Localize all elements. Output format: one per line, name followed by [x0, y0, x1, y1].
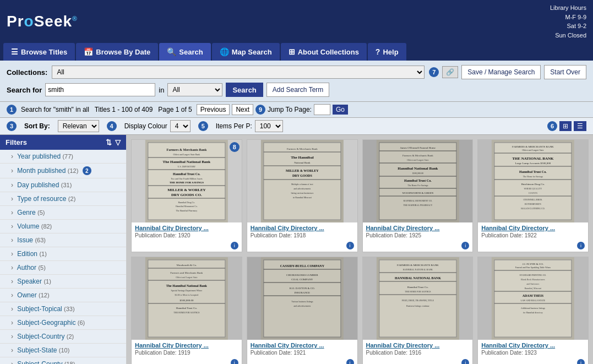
badge-6: 6	[547, 121, 557, 131]
in-select[interactable]: All	[167, 83, 222, 96]
items-per-page-label: Items Per P:	[216, 122, 252, 130]
result-title-6[interactable]: Hannibal City Directory ...	[251, 342, 354, 349]
result-footer-7: i	[363, 358, 473, 364]
filter-author[interactable]: › Author (5)	[0, 261, 126, 275]
svg-text:THE HARNIBAL PHARMACY: THE HARNIBAL PHARMACY	[403, 204, 432, 207]
info-icon-5[interactable]: i	[231, 359, 238, 364]
result-title-3[interactable]: Hannibal City Directory ...	[366, 225, 470, 231]
badge-3: 3	[7, 121, 17, 131]
svg-text:and Stationers: and Stationers	[527, 282, 540, 285]
result-title-2[interactable]: Hannibal City Directory ...	[251, 225, 354, 231]
save-manage-search-button[interactable]: Save / Manage Search	[461, 65, 541, 79]
result-item-4[interactable]: FARMERS & MERCHANTS BANK Oldest and Larg…	[477, 139, 589, 252]
nav-about-collections[interactable]: ⊞ About Collections	[281, 43, 367, 61]
filter-owner[interactable]: › Owner (12)	[0, 289, 126, 302]
filter-arrow-icon: ›	[11, 305, 13, 313]
search-input[interactable]	[45, 83, 155, 96]
search-button[interactable]: Search	[226, 83, 263, 97]
start-over-button[interactable]: Start Over	[544, 65, 586, 79]
svg-text:National Bank: National Bank	[294, 161, 311, 164]
sort-select[interactable]: Relevan Date Title	[58, 120, 99, 132]
list-view-button[interactable]: ☰	[574, 121, 586, 131]
previous-button[interactable]: Previous	[197, 104, 230, 115]
filter-month-published[interactable]: › Month published (12) 2	[0, 164, 126, 178]
svg-text:CRUIKSHANKS LUMBER: CRUIKSHANKS LUMBER	[286, 274, 318, 276]
filter-arrow-icon: ›	[11, 236, 13, 244]
titles-info-text: Titles 1 - 100 of 409	[95, 106, 153, 113]
result-info-7: Hannibal City Directory ... Publication …	[363, 340, 473, 358]
result-item-3[interactable]: James O'Donnell Funeral Home Farmers & M…	[362, 139, 474, 252]
nav-help[interactable]: ? Help	[368, 43, 406, 61]
add-search-term-button[interactable]: Add Search Term	[266, 83, 330, 97]
link-icon[interactable]: 🔗	[442, 66, 458, 78]
filter-subject-geographic[interactable]: › Subject-Geographic (6)	[0, 316, 126, 330]
grid-view-button[interactable]: ⊞	[559, 121, 572, 131]
nav-search[interactable]: 🔍 Search	[159, 43, 210, 61]
next-button[interactable]: Next	[232, 104, 253, 115]
svg-text:HAGAN CLOTHING CO.: HAGAN CLOTHING CO.	[521, 207, 545, 210]
result-title-5[interactable]: Hannibal City Directory ...	[135, 342, 238, 349]
result-title-8[interactable]: Hannibal City Directory ...	[481, 342, 585, 349]
nav-browse-titles[interactable]: ☰ Browse Titles	[3, 43, 75, 61]
jump-to-input[interactable]	[314, 104, 330, 115]
filter-issue[interactable]: › Issue (63)	[0, 233, 126, 247]
filter-subject-state[interactable]: › Subject-State (10)	[0, 344, 126, 357]
result-footer-5: i	[132, 358, 242, 364]
filter-arrow-icon: ›	[11, 209, 13, 216]
filter-speaker[interactable]: › Speaker (1)	[0, 275, 126, 289]
filter-funnel-icon: ▽	[115, 138, 121, 146]
sort-by-label: Sort By:	[24, 122, 50, 130]
result-item-5[interactable]: Woodworth & Co. Farmers and Merchants Ba…	[131, 257, 242, 364]
go-button[interactable]: Go	[333, 105, 348, 115]
library-hours-line2: Sat 9-2	[567, 23, 586, 29]
search-nav-icon: 🔍	[167, 47, 176, 56]
svg-text:WOODWORTH & GREEN: WOODWORTH & GREEN	[402, 192, 433, 194]
filter-year-count: (77)	[62, 153, 73, 160]
result-thumb-6: CASSIDY-BUELL COMPANY CRUIKSHANKS LUMBER…	[247, 257, 357, 340]
filter-volume[interactable]: › Volume (82)	[0, 220, 126, 233]
info-icon-2[interactable]: i	[346, 242, 354, 249]
info-icon-8[interactable]: i	[577, 359, 585, 364]
filter-day-published[interactable]: › Day published (31)	[0, 178, 126, 192]
nav-browse-by-date-label: Browse By Date	[96, 48, 150, 56]
result-title-4[interactable]: Hannibal City Directory ...	[481, 225, 585, 231]
collections-select[interactable]: All	[52, 66, 425, 79]
filter-subject-county[interactable]: › Subject-County (18)	[0, 357, 126, 364]
filter-author-count: (5)	[38, 264, 45, 271]
svg-text:Oldest and Largest State: Oldest and Largest State	[523, 149, 544, 151]
filter-arrow-icon: ›	[11, 278, 13, 285]
info-icon-4[interactable]: i	[577, 242, 585, 249]
svg-text:Hannibal Trust Co.: Hannibal Trust Co.	[519, 170, 547, 173]
items-per-page-select[interactable]: 100 25 50	[255, 120, 283, 132]
filter-arrow-icon: ›	[11, 291, 13, 299]
filter-edition[interactable]: › Edition (1)	[0, 247, 126, 261]
result-title-7[interactable]: Hannibal City Directory ...	[366, 342, 470, 349]
display-colour-select[interactable]: 4 2 3	[170, 120, 191, 132]
info-icon-7[interactable]: i	[461, 359, 469, 364]
result-title-1[interactable]: Hannibal City Directory ...	[135, 225, 238, 231]
filter-year-published[interactable]: › Year published (77)	[0, 150, 126, 164]
filter-subject-topical[interactable]: › Subject-Topical (33)	[0, 302, 126, 316]
filter-genre-count: (5)	[37, 209, 45, 216]
logo-registered: ®	[72, 15, 78, 23]
result-footer-6: i	[247, 358, 357, 364]
result-item-6[interactable]: CASSIDY-BUELL COMPANY CRUIKSHANKS LUMBER…	[247, 257, 358, 364]
info-icon-1[interactable]: i	[231, 242, 238, 249]
result-info-1: Hannibal City Directory ... Publication …	[132, 222, 242, 241]
filter-genre[interactable]: › Genre (5)	[0, 206, 126, 220]
filter-type-of-resource[interactable]: › Type of resource (2)	[0, 192, 126, 206]
svg-text:Hutchinson Drug Co.: Hutchinson Drug Co.	[521, 183, 545, 186]
result-item-2[interactable]: Farmers & Merchants Bank The Hannibal Na…	[247, 139, 358, 252]
result-item-7[interactable]: FARMERS & MERCHANTS BANK HANNIBAL NATION…	[362, 257, 474, 364]
svg-text:DRY GOODS CO.: DRY GOODS CO.	[171, 193, 202, 197]
svg-text:RUTHERFORD'S: RUTHERFORD'S	[525, 203, 541, 205]
result-item-8[interactable]: J.J. FLYNN & CO. Funeral and Fine Sparkl…	[477, 257, 589, 364]
result-item-1[interactable]: 8 Farmers & Merchants Bank Oldest and La…	[131, 139, 242, 252]
svg-text:LAW AND REAL ESTATE: LAW AND REAL ESTATE	[521, 299, 546, 302]
info-icon-3[interactable]: i	[461, 242, 469, 249]
nav-browse-by-date[interactable]: 📅 Browse By Date	[76, 43, 158, 61]
filter-subject-country[interactable]: › Subject-Country (2)	[0, 330, 126, 344]
nav-map-search[interactable]: 🌐 Map Search	[212, 43, 280, 61]
result-info-5: Hannibal City Directory ... Publication …	[132, 340, 242, 358]
info-icon-6[interactable]: i	[346, 359, 354, 364]
